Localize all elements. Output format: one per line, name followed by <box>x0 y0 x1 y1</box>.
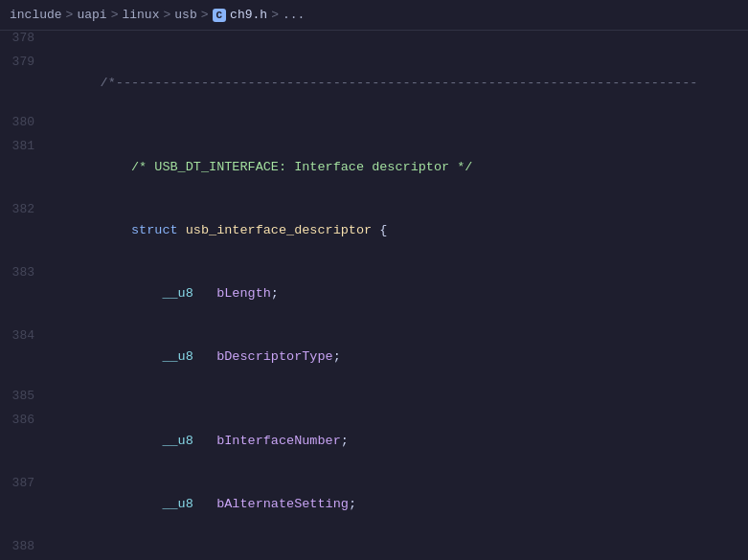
line-num-383: 383 <box>0 265 50 280</box>
kw-struct-382: struct <box>101 223 178 237</box>
line-num-384: 384 <box>0 328 50 343</box>
file-type-icon: C <box>213 9 227 22</box>
comment-dashes: /*--------------------------------------… <box>101 76 698 90</box>
breadcrumb-sep-2: > <box>111 8 119 22</box>
comment-interface: /* USB_DT_INTERFACE: Interface descripto… <box>131 160 472 174</box>
code-line-383: 383 __u8 bLength; <box>0 262 748 325</box>
line-num-386: 386 <box>0 413 50 427</box>
line-num-381: 381 <box>0 139 50 153</box>
code-editor: 378 379 /*------------------------------… <box>0 31 748 560</box>
breadcrumb-include[interactable]: include <box>10 8 62 22</box>
line-content-383: __u8 bLength; <box>50 262 279 325</box>
breadcrumb-linux[interactable]: linux <box>122 8 159 22</box>
line-content-387: __u8 bAlternateSetting; <box>50 473 356 536</box>
code-line-386: 386 __u8 bInterfaceNumber; <box>0 410 748 473</box>
code-line-381: 381 /* USB_DT_INTERFACE: Interface descr… <box>0 136 748 199</box>
field-383: bLength <box>216 286 271 301</box>
line-content-388: __u8 bNumEndpoints; <box>50 536 326 560</box>
line-content-379: /*--------------------------------------… <box>50 52 697 115</box>
code-line-388: 388 __u8 bNumEndpoints; <box>0 536 748 560</box>
code-line-385: 385 <box>0 389 748 410</box>
line-num-385: 385 <box>0 389 50 403</box>
field-386: bInterfaceNumber <box>216 434 341 448</box>
code-line-382: 382 struct usb_interface_descriptor { <box>0 199 748 262</box>
breadcrumb-usb[interactable]: usb <box>174 8 196 22</box>
code-line-384: 384 __u8 bDescriptorType; <box>0 325 748 389</box>
field-384: bDescriptorType <box>216 349 333 364</box>
code-line-380: 380 <box>0 115 748 136</box>
breadcrumb-uapi[interactable]: uapi <box>77 8 106 22</box>
breadcrumb-filename[interactable]: ch9.h <box>230 8 267 22</box>
breadcrumb: include > uapi > linux > usb > C ch9.h >… <box>0 0 748 31</box>
code-line-387: 387 __u8 bAlternateSetting; <box>0 473 748 536</box>
code-line-379: 379 /*----------------------------------… <box>0 52 748 115</box>
breadcrumb-sep-5: > <box>271 8 279 22</box>
line-content-384: __u8 bDescriptorType; <box>50 325 341 389</box>
line-content-382: struct usb_interface_descriptor { <box>50 199 387 262</box>
type-387: __u8 <box>101 497 193 511</box>
line-num-380: 380 <box>0 115 50 129</box>
struct-name-382: usb_interface_descriptor <box>186 223 372 237</box>
breadcrumb-sep-3: > <box>163 8 170 22</box>
line-num-378: 378 <box>0 31 50 45</box>
type-386: __u8 <box>101 434 193 448</box>
line-content-381: /* USB_DT_INTERFACE: Interface descripto… <box>50 136 472 199</box>
breadcrumb-ellipsis[interactable]: ... <box>283 8 305 22</box>
type-384: __u8 <box>101 349 193 364</box>
type-383: __u8 <box>101 286 193 301</box>
line-num-388: 388 <box>0 539 50 553</box>
line-num-379: 379 <box>0 55 50 69</box>
line-content-386: __u8 bInterfaceNumber; <box>50 410 349 473</box>
field-387: bAlternateSetting <box>216 497 349 511</box>
code-line-378: 378 <box>0 31 748 52</box>
line-num-382: 382 <box>0 202 50 216</box>
line-num-387: 387 <box>0 476 50 490</box>
breadcrumb-sep-1: > <box>66 8 74 22</box>
breadcrumb-sep-4: > <box>201 8 209 22</box>
